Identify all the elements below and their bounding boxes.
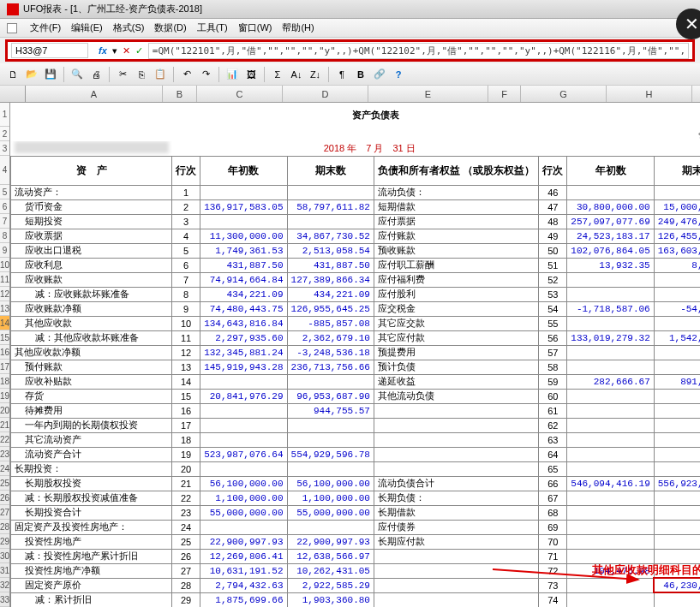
- cell[interactable]: 其它流动资产: [11, 432, 172, 447]
- row-header[interactable]: 26: [0, 491, 9, 505]
- cell[interactable]: 74: [539, 592, 567, 607]
- cell[interactable]: [567, 520, 654, 534]
- cell[interactable]: 74,914,664.84: [200, 272, 287, 287]
- cell[interactable]: 73: [539, 578, 567, 592]
- cell[interactable]: [374, 403, 538, 418]
- row-header[interactable]: 7: [0, 214, 9, 229]
- cell[interactable]: 27: [172, 563, 200, 578]
- cell[interactable]: [567, 491, 654, 505]
- cell[interactable]: 减：累计折旧: [11, 592, 172, 607]
- cell[interactable]: 应付账款: [374, 229, 538, 243]
- confirm-icon[interactable]: ✓: [135, 45, 143, 57]
- cell[interactable]: 应收账款净额: [11, 301, 172, 316]
- data-row[interactable]: 减：其他应收款坏账准备 11 2,297,935.60 2,362,679.10…: [11, 330, 700, 345]
- cell[interactable]: [654, 505, 700, 520]
- cell[interactable]: 58: [539, 360, 567, 374]
- row-header[interactable]: 21: [0, 418, 9, 432]
- cell[interactable]: [567, 534, 654, 549]
- data-row[interactable]: 减：长期股权投资减值准备 22 1,100,000.00 1,100,000.0…: [11, 491, 700, 505]
- cell[interactable]: 30,800,000.00: [567, 199, 654, 214]
- row-header[interactable]: 22: [0, 432, 9, 447]
- cell[interactable]: 136,917,583.05: [200, 199, 287, 214]
- cell[interactable]: 减：其他应收款坏账准备: [11, 330, 172, 345]
- data-row[interactable]: 应收出口退税 5 1,749,361.53 2,513,058.54 预收账款 …: [11, 243, 700, 258]
- cell[interactable]: 减：长期股权投资减值准备: [11, 491, 172, 505]
- copy-icon[interactable]: ⎘: [134, 67, 149, 82]
- cell[interactable]: 546,094,416.19: [567, 476, 654, 491]
- col-header-D[interactable]: D: [283, 86, 368, 102]
- cell[interactable]: 55,000,000.00: [287, 505, 374, 520]
- cell[interactable]: 145,919,943.28: [200, 360, 287, 374]
- cell[interactable]: [567, 345, 654, 360]
- cell[interactable]: 7: [172, 272, 200, 287]
- cell[interactable]: 10,262,431.05: [287, 563, 374, 578]
- cell[interactable]: 17: [172, 418, 200, 432]
- cell[interactable]: 65: [539, 461, 567, 476]
- cell[interactable]: 56: [539, 330, 567, 345]
- cell[interactable]: 14: [172, 374, 200, 389]
- cell[interactable]: 10: [172, 316, 200, 330]
- row-header[interactable]: 32: [0, 578, 9, 592]
- cell[interactable]: 流动资产：: [11, 185, 172, 199]
- cell[interactable]: 57: [539, 345, 567, 360]
- para-icon[interactable]: ¶: [334, 67, 350, 82]
- cell[interactable]: 18: [172, 432, 200, 447]
- cell[interactable]: 55: [539, 316, 567, 330]
- cell[interactable]: 应收利息: [11, 258, 172, 272]
- row-header[interactable]: 16: [0, 345, 9, 360]
- cell[interactable]: 12,638,566.97: [287, 549, 374, 563]
- cell[interactable]: 944,755.57: [287, 403, 374, 418]
- cell[interactable]: 预付账款: [11, 360, 172, 374]
- col-header-B[interactable]: B: [163, 86, 197, 102]
- cell[interactable]: 64: [539, 447, 567, 461]
- cell[interactable]: 249,476,873.70: [654, 214, 700, 229]
- cell[interactable]: 891,666.67: [654, 374, 700, 389]
- data-row[interactable]: 减：投资性房地产累计折旧 26 12,269,806.41 12,638,566…: [11, 549, 700, 563]
- cell[interactable]: 523,987,076.64: [200, 447, 287, 461]
- cell[interactable]: [567, 447, 654, 461]
- data-row[interactable]: 流动资产： 1 流动负债： 46: [11, 185, 700, 199]
- cell[interactable]: 1,100,000.00: [287, 491, 374, 505]
- cell[interactable]: 67: [539, 491, 567, 505]
- print-icon[interactable]: 🖨: [88, 67, 104, 82]
- data-row[interactable]: 应收票据 4 11,300,000.00 34,867,730.52 应付账款 …: [11, 229, 700, 243]
- cell[interactable]: 应付职工薪酬: [374, 258, 538, 272]
- row-header[interactable]: 8: [0, 229, 9, 243]
- data-row[interactable]: 固定资产原价 28 2,794,432.63 2,922,585.29 73 4…: [11, 578, 700, 592]
- cancel-icon[interactable]: ✕: [123, 45, 130, 57]
- row-header[interactable]: 25: [0, 476, 9, 491]
- row-header[interactable]: 10: [0, 258, 9, 272]
- cell[interactable]: 28: [172, 578, 200, 592]
- data-row[interactable]: 应收利息 6 431,887.50 431,887.50 应付职工薪酬 51 1…: [11, 258, 700, 272]
- cell[interactable]: 22,900,997.93: [200, 534, 287, 549]
- col-header-F[interactable]: F: [488, 86, 521, 102]
- cell[interactable]: 9: [172, 301, 200, 316]
- cell[interactable]: 流动负债：: [374, 185, 538, 199]
- row-header[interactable]: 28: [0, 520, 9, 534]
- cell[interactable]: 71: [539, 549, 567, 563]
- cell[interactable]: [567, 592, 654, 607]
- cell[interactable]: [200, 374, 287, 389]
- cell[interactable]: 59: [539, 374, 567, 389]
- cell[interactable]: 23: [172, 505, 200, 520]
- cell[interactable]: 21: [172, 476, 200, 491]
- cell[interactable]: 递延收益: [374, 374, 538, 389]
- cell[interactable]: 70: [539, 534, 567, 549]
- cell[interactable]: 34,867,730.52: [287, 229, 374, 243]
- cell[interactable]: 其他流动负债: [374, 389, 538, 403]
- data-row[interactable]: 存货 15 20,841,976.29 96,953,687.90 其他流动负债…: [11, 389, 700, 403]
- cell[interactable]: [287, 520, 374, 534]
- data-row[interactable]: 长期投资： 20 65: [11, 461, 700, 476]
- cell[interactable]: 58,797,611.82: [287, 199, 374, 214]
- cell[interactable]: 8,308.61: [654, 258, 700, 272]
- menu-window[interactable]: 窗口(W): [238, 21, 272, 34]
- cell[interactable]: 127,389,866.34: [287, 272, 374, 287]
- cell[interactable]: [200, 403, 287, 418]
- cell[interactable]: 29: [172, 592, 200, 607]
- cell[interactable]: 长期负债：: [374, 491, 538, 505]
- cell[interactable]: 长期投资：: [11, 461, 172, 476]
- cell[interactable]: 1,100,000.00: [200, 491, 287, 505]
- cell[interactable]: 3: [172, 214, 200, 229]
- cut-icon[interactable]: ✂: [115, 67, 130, 82]
- data-row[interactable]: 长期股权投资 21 56,100,000.00 56,100,000.00 流动…: [11, 476, 700, 491]
